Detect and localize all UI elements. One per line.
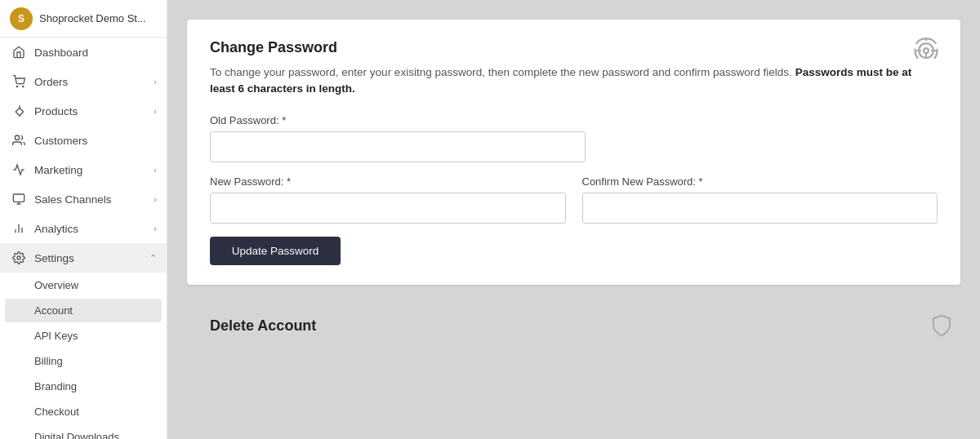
sales-channels-icon bbox=[11, 192, 26, 206]
delete-account-content: Delete Account bbox=[187, 304, 960, 348]
store-header[interactable]: S Shoprocket Demo St... bbox=[0, 0, 167, 38]
sidebar-item-analytics[interactable]: Analytics › bbox=[0, 214, 167, 243]
delete-account-title: Delete Account bbox=[210, 317, 938, 335]
old-password-group: Old Password: * bbox=[210, 114, 938, 162]
svg-point-0 bbox=[16, 86, 17, 86]
sidebar-item-api-keys[interactable]: API Keys bbox=[0, 323, 167, 348]
sidebar-label-analytics: Analytics bbox=[34, 223, 78, 235]
products-icon bbox=[11, 104, 26, 118]
svg-point-1 bbox=[23, 86, 24, 86]
sidebar-item-dashboard[interactable]: Dashboard bbox=[0, 38, 167, 67]
sidebar-item-overview[interactable]: Overview bbox=[0, 273, 167, 298]
confirm-password-group: Confirm New Password: * bbox=[582, 175, 938, 224]
password-row: New Password: * Confirm New Password: * bbox=[210, 175, 938, 224]
confirm-password-label: Confirm New Password: * bbox=[582, 175, 938, 188]
settings-submenu: Overview Account API Keys Billing Brandi… bbox=[0, 273, 167, 439]
delete-account-section: Delete Account bbox=[187, 304, 960, 348]
sidebar-item-account[interactable]: Account bbox=[5, 299, 162, 322]
change-password-title: Change Password bbox=[210, 39, 938, 56]
settings-chevron: ⌃ bbox=[149, 253, 157, 264]
svg-rect-5 bbox=[13, 194, 24, 202]
store-icon: S bbox=[10, 7, 33, 30]
fingerprint-icon bbox=[911, 36, 941, 65]
new-password-group: New Password: * bbox=[210, 175, 566, 224]
description-normal-text: To change your password, enter your exis… bbox=[210, 66, 792, 78]
sidebar-item-settings[interactable]: Settings ⌃ bbox=[0, 243, 167, 273]
sidebar-item-branding[interactable]: Branding bbox=[0, 374, 167, 399]
sidebar-label-settings: Settings bbox=[34, 252, 74, 264]
settings-icon bbox=[11, 251, 26, 265]
main-content: Change Password To change your password,… bbox=[167, 0, 980, 439]
svg-point-4 bbox=[15, 135, 19, 140]
sidebar-item-customers[interactable]: Customers bbox=[0, 126, 167, 155]
sidebar-item-checkout[interactable]: Checkout bbox=[0, 399, 167, 424]
marketing-chevron: › bbox=[154, 165, 157, 175]
products-chevron: › bbox=[154, 106, 157, 116]
old-password-label: Old Password: * bbox=[210, 114, 938, 126]
sidebar-item-marketing[interactable]: Marketing › bbox=[0, 155, 167, 184]
update-password-button[interactable]: Update Password bbox=[210, 237, 341, 265]
sidebar: S Shoprocket Demo St... Dashboard Orders… bbox=[0, 0, 167, 439]
analytics-icon bbox=[11, 221, 26, 236]
svg-point-11 bbox=[17, 256, 20, 259]
sidebar-item-digital-downloads[interactable]: Digital Downloads bbox=[0, 424, 167, 439]
change-password-card: Change Password To change your password,… bbox=[187, 20, 960, 285]
sidebar-label-sales-channels: Sales Channels bbox=[34, 193, 112, 206]
shield-icon bbox=[923, 307, 960, 348]
sidebar-label-dashboard: Dashboard bbox=[34, 47, 88, 59]
sidebar-item-billing[interactable]: Billing bbox=[0, 348, 167, 374]
sidebar-label-customers: Customers bbox=[34, 135, 87, 147]
sidebar-item-products[interactable]: Products › bbox=[0, 96, 167, 126]
dashboard-icon bbox=[11, 45, 26, 60]
old-password-input[interactable] bbox=[210, 131, 586, 162]
sidebar-label-products: Products bbox=[34, 105, 78, 118]
customers-icon bbox=[11, 133, 26, 148]
marketing-icon bbox=[11, 162, 26, 177]
sales-channels-chevron: › bbox=[154, 194, 157, 204]
store-name: Shoprocket Demo St... bbox=[39, 12, 146, 24]
change-password-description: To change your password, enter your exis… bbox=[210, 64, 938, 98]
analytics-chevron: › bbox=[154, 224, 157, 233]
sidebar-item-orders[interactable]: Orders › bbox=[0, 67, 167, 96]
new-password-label: New Password: * bbox=[210, 175, 566, 188]
sidebar-label-orders: Orders bbox=[34, 76, 68, 88]
orders-icon bbox=[11, 74, 26, 89]
confirm-password-input[interactable] bbox=[582, 193, 938, 224]
sidebar-item-sales-channels[interactable]: Sales Channels › bbox=[0, 184, 167, 214]
new-password-input[interactable] bbox=[210, 193, 566, 224]
sidebar-label-marketing: Marketing bbox=[34, 164, 82, 176]
orders-chevron: › bbox=[154, 77, 157, 86]
